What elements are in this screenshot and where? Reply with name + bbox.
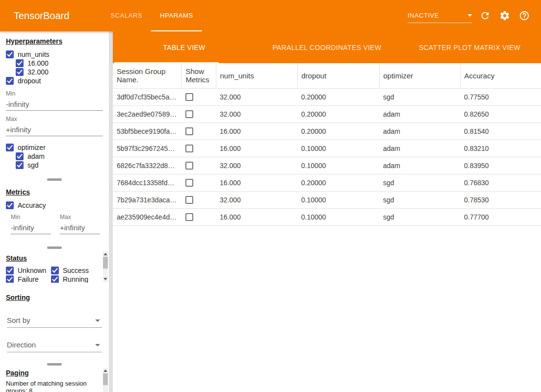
accuracy-cell: 0.83950 xyxy=(460,157,541,174)
metric-minmax: Min Max xyxy=(11,214,100,234)
accuracy-cell: 0.81540 xyxy=(460,122,541,140)
num-units-32-checkbox[interactable] xyxy=(16,68,24,76)
status-failure-checkbox[interactable] xyxy=(6,275,14,283)
metric-max-label: Max xyxy=(60,214,100,220)
show-metrics-checkbox[interactable] xyxy=(185,162,193,170)
reload-status-value: INACTIVE xyxy=(408,12,439,19)
num-units-cell: 16.000 xyxy=(216,122,297,140)
optimizer-cell: sgd xyxy=(379,191,460,208)
optimizer-adam-label: adam xyxy=(27,152,45,160)
show-metrics-cell xyxy=(181,174,216,191)
status-panel: Status Unknown Success Failure Running xyxy=(0,250,109,283)
status-scrollbar[interactable] xyxy=(103,251,108,282)
dropout-min-label: Min xyxy=(6,90,103,97)
scroll-up-icon[interactable] xyxy=(103,253,107,255)
show-metrics-cell xyxy=(181,105,216,122)
accuracy-cell: 0.78530 xyxy=(460,191,541,208)
sort-by-value: Sort by xyxy=(7,316,30,324)
help-button[interactable] xyxy=(515,6,534,25)
optimizer-cell: adam xyxy=(379,157,460,174)
active-tab-indicator xyxy=(114,62,219,63)
dropout-cell: 0.20000 xyxy=(297,122,379,140)
optimizer-cell: sgd xyxy=(379,88,460,105)
status-row: Unknown Success xyxy=(6,266,99,275)
direction-select[interactable]: Direction xyxy=(7,338,102,352)
table-row: 7b29a731e3daca…32.0000.10000sgd0.78530 xyxy=(113,191,541,208)
metric-min-label: Min xyxy=(11,214,51,220)
show-metrics-checkbox[interactable] xyxy=(185,110,193,118)
matching-session-groups-text: Number of matching session groups: 8 xyxy=(6,380,103,392)
show-metrics-checkbox[interactable] xyxy=(185,145,193,152)
reload-status-dropdown[interactable]: INACTIVE xyxy=(408,8,472,23)
num-units-checkbox[interactable] xyxy=(6,50,14,58)
dropdown-arrow-icon xyxy=(95,344,100,346)
show-metrics-checkbox[interactable] xyxy=(185,179,193,187)
scroll-up-icon[interactable] xyxy=(103,369,107,372)
session-group-name-cell: 53bf5bece9190fa… xyxy=(113,122,181,140)
session-group-name-cell: 7684dcc13358fd0… xyxy=(113,174,181,191)
dropout-min-input[interactable] xyxy=(6,97,103,111)
show-metrics-cell xyxy=(181,122,216,140)
status-unknown-label: Unknown xyxy=(18,267,46,274)
show-metrics-checkbox[interactable] xyxy=(185,196,193,204)
optimizer-label: optimizer xyxy=(18,144,46,151)
dashboard-tabs: SCALARS HPARAMS xyxy=(102,0,202,31)
tab-scatter-plot-matrix-view[interactable]: SCATTER PLOT MATRIX VIEW xyxy=(398,31,541,63)
session-group-name-cell: ae235909ec4e4d… xyxy=(113,208,181,225)
sort-by-select[interactable]: Sort by xyxy=(7,313,102,328)
session-group-name-cell: 3ec2aed9e07589f… xyxy=(113,105,181,122)
scrollbar-thumb[interactable] xyxy=(103,257,108,269)
num-units-16-checkbox[interactable] xyxy=(16,59,24,67)
optimizer-cell: sgd xyxy=(379,208,460,225)
gear-icon xyxy=(499,10,510,21)
refresh-icon xyxy=(480,10,490,21)
num-units-cell: 32.000 xyxy=(216,88,297,105)
scrollbar-thumb[interactable] xyxy=(103,373,108,385)
panel-resize-handle[interactable] xyxy=(0,245,109,250)
status-unknown-checkbox[interactable] xyxy=(6,267,14,274)
status-running-label: Running xyxy=(63,275,88,283)
dropout-checkbox[interactable] xyxy=(6,77,14,85)
num-units-value-row: 32.000 xyxy=(16,68,103,76)
show-metrics-checkbox[interactable] xyxy=(185,213,193,221)
status-success-checkbox[interactable] xyxy=(51,267,59,274)
status-running-checkbox[interactable] xyxy=(51,275,59,283)
optimizer-adam-checkbox[interactable] xyxy=(16,152,24,160)
panel-resize-handle[interactable] xyxy=(0,176,109,182)
accuracy-checkbox[interactable] xyxy=(6,201,14,209)
table-row: 3ec2aed9e07589f…32.0000.20000adam0.82650 xyxy=(113,105,541,122)
tab-parallel-coordinates-view[interactable]: PARALLEL COORDINATES VIEW xyxy=(256,31,398,63)
dropdown-arrow-icon xyxy=(95,319,100,322)
accuracy-cell: 0.77700 xyxy=(460,208,541,225)
sidebar: Hyperparameters num_units 16.000 32.000 … xyxy=(0,31,109,392)
app-title: TensorBoard xyxy=(14,10,69,22)
settings-button[interactable] xyxy=(495,6,515,25)
refresh-button[interactable] xyxy=(475,6,495,25)
num-units-cell: 16.000 xyxy=(216,140,297,157)
scroll-down-icon[interactable] xyxy=(103,278,107,280)
direction-value: Direction xyxy=(7,341,36,349)
status-failure-label: Failure xyxy=(18,275,39,283)
dropout-max-input[interactable] xyxy=(6,122,103,136)
session-groups-table: Session Group Name.Show Metricsnum_units… xyxy=(113,63,541,226)
metric-max-input[interactable] xyxy=(60,220,100,234)
metric-min-input[interactable] xyxy=(11,220,51,234)
show-metrics-cell xyxy=(181,191,216,208)
tab-scalars[interactable]: SCALARS xyxy=(102,0,151,31)
column-header-show-metrics: Show Metrics xyxy=(181,63,216,88)
panel-resize-handle[interactable] xyxy=(0,361,109,367)
show-metrics-checkbox[interactable] xyxy=(185,93,193,101)
tab-hparams[interactable]: HPARAMS xyxy=(151,0,202,31)
accuracy-label: Accuracy xyxy=(18,201,46,209)
paging-scrollbar[interactable] xyxy=(103,368,108,392)
hparam-dropout-row: dropout xyxy=(6,76,103,85)
column-header-num-units: num_units xyxy=(216,63,297,88)
optimizer-cell: adam xyxy=(379,140,460,157)
optimizer-sgd-checkbox[interactable] xyxy=(16,161,24,169)
optimizer-checkbox[interactable] xyxy=(6,144,14,151)
show-metrics-cell xyxy=(181,140,216,157)
num-units-cell: 32.000 xyxy=(216,191,297,208)
dropout-cell: 0.10000 xyxy=(297,157,379,174)
tab-table-view[interactable]: TABLE VIEW xyxy=(113,31,256,63)
show-metrics-checkbox[interactable] xyxy=(185,127,193,135)
